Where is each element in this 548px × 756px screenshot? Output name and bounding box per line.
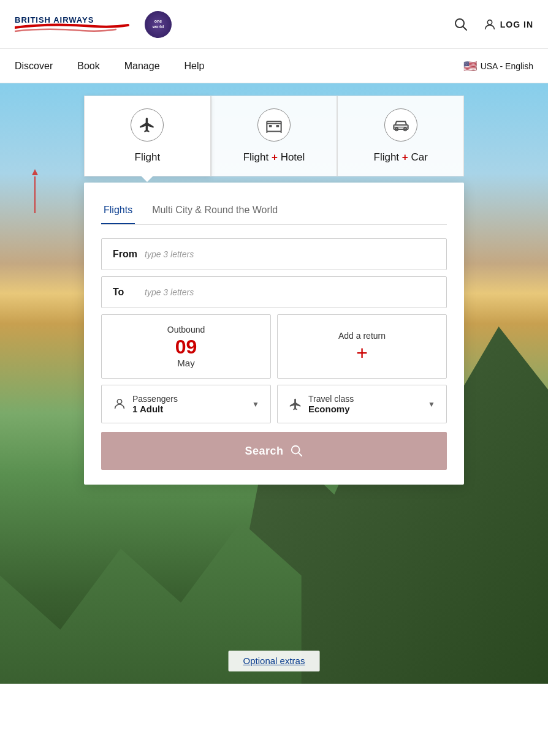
nav-book[interactable]: Book (65, 49, 112, 83)
tab-flights[interactable]: Flights (101, 200, 135, 224)
nav-locale[interactable]: 🇺🇸 USA - English (463, 59, 533, 73)
service-tabs: Flight Flight + Hotel (84, 96, 464, 176)
optional-extras-link[interactable]: Optional extras (243, 656, 305, 666)
nav-discover[interactable]: Discover (15, 49, 65, 83)
tab-multi-city[interactable]: Multi City & Round the World (150, 200, 280, 224)
return-plus: + (356, 343, 368, 363)
nav-links: Discover Book Manage Help (15, 49, 216, 83)
scroll-arrowhead (32, 169, 38, 175)
nav: Discover Book Manage Help 🇺🇸 USA - Engli… (0, 49, 548, 83)
ba-logo: BRITISH AIRWAYS (15, 9, 137, 40)
passengers-label: Passengers (132, 394, 246, 404)
outbound-month: May (113, 358, 259, 368)
date-row: Outbound 09 May Add a return + (101, 314, 447, 379)
hero: Flight Flight + Hotel (0, 83, 548, 684)
travel-class-icon (289, 398, 302, 411)
search-button-icon (290, 444, 303, 458)
outbound-day: 09 (113, 337, 259, 357)
car-tab-icon (384, 108, 417, 142)
passengers-value: 1 Adult (132, 404, 246, 414)
nav-help[interactable]: Help (172, 49, 217, 83)
user-icon (483, 18, 497, 31)
search-button[interactable]: Search (101, 432, 447, 470)
plane-icon (139, 116, 156, 134)
flight-car-tab-label: Flight + Car (374, 151, 428, 164)
travel-class-chevron: ▼ (428, 400, 435, 409)
svg-text:BRITISH AIRWAYS: BRITISH AIRWAYS (15, 15, 94, 25)
passengers-option[interactable]: Passengers 1 Adult ▼ (101, 385, 271, 423)
scroll-arrow (34, 176, 36, 213)
svg-rect-6 (276, 125, 280, 127)
from-placeholder: type 3 letters (145, 249, 194, 259)
form-tabs: Flights Multi City & Round the World (101, 200, 447, 225)
car-icon (392, 116, 409, 134)
flight-tab-label: Flight (135, 151, 161, 164)
person-icon (113, 398, 126, 411)
optional-extras[interactable]: Optional extras (229, 651, 320, 671)
to-placeholder: type 3 letters (145, 287, 194, 297)
login-label: LOG IN (500, 20, 533, 29)
svg-point-3 (487, 20, 492, 24)
form-panel: Flights Multi City & Round the World Fro… (84, 183, 464, 485)
flag-icon: 🇺🇸 (463, 59, 477, 73)
header-right: LOG IN (451, 15, 533, 34)
service-tab-flight-car[interactable]: Flight + Car (337, 96, 464, 176)
british-airways-logo: BRITISH AIRWAYS (15, 9, 137, 40)
locale-label: USA - English (481, 61, 533, 71)
options-row: Passengers 1 Adult ▼ Travel class Econom… (101, 385, 447, 423)
travel-class-content: Travel class Economy (308, 394, 422, 414)
travel-class-option[interactable]: Travel class Economy ▼ (277, 385, 447, 423)
flight-hotel-tab-label: Flight + Hotel (243, 151, 305, 164)
travel-class-value: Economy (308, 404, 422, 414)
service-tab-flight-hotel[interactable]: Flight + Hotel (211, 96, 338, 176)
plus-icon-car: + (402, 151, 408, 163)
svg-point-13 (117, 399, 121, 403)
header-left: BRITISH AIRWAYS oneworld (15, 9, 172, 40)
hotel-tab-icon (257, 108, 291, 142)
plus-icon-hotel: + (272, 151, 278, 163)
outbound-date[interactable]: Outbound 09 May (101, 314, 271, 379)
return-label: Add a return (338, 331, 386, 341)
return-date[interactable]: Add a return + (277, 314, 447, 379)
outbound-label: Outbound (113, 325, 259, 335)
login-button[interactable]: LOG IN (483, 18, 533, 31)
search-icon (454, 17, 468, 32)
bed-icon (265, 116, 283, 134)
oneworld-badge: oneworld (145, 11, 172, 38)
passengers-content: Passengers 1 Adult (132, 394, 246, 414)
from-label: From (113, 249, 137, 260)
scroll-indicator (32, 169, 38, 213)
nav-manage[interactable]: Manage (112, 49, 172, 83)
flight-tab-icon (131, 108, 164, 142)
passengers-chevron: ▼ (252, 400, 259, 409)
plane-small-icon (289, 398, 302, 411)
to-field[interactable]: To type 3 letters (101, 276, 447, 308)
search-label: Search (245, 445, 283, 458)
search-icon-button[interactable] (451, 15, 471, 34)
svg-line-2 (463, 26, 466, 30)
header: BRITISH AIRWAYS oneworld LOG IN (0, 0, 548, 49)
from-field[interactable]: From type 3 letters (101, 238, 447, 270)
svg-line-15 (299, 453, 302, 456)
passengers-icon (113, 398, 126, 411)
to-label: To (113, 287, 137, 298)
travel-class-label: Travel class (308, 394, 422, 404)
service-tab-flight[interactable]: Flight (84, 96, 211, 176)
booking-section: Flight Flight + Hotel (84, 83, 464, 485)
svg-rect-5 (269, 125, 272, 127)
